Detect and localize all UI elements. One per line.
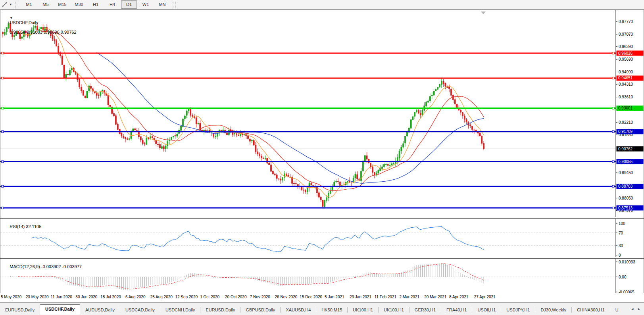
macd-label: MACD(12,26,9) -0.003902 -0.003977 — [2, 259, 82, 274]
date-label: 2 Mar 2021 — [399, 295, 419, 299]
chart-tab-eurusd-daily[interactable]: EURUSD,Daily — [0, 306, 40, 314]
date-label: 1 Oct 2020 — [200, 295, 219, 299]
chart-tab-usdchf-daily[interactable]: USDCHF,Daily — [40, 304, 80, 315]
svg-text:0.97770: 0.97770 — [619, 19, 633, 24]
macd-panel: MACD(12,26,9) -0.003902 -0.003977 0.0109… — [0, 258, 644, 294]
date-label: 8 Apr 2021 — [449, 295, 468, 299]
svg-text:30: 30 — [619, 244, 623, 248]
svg-text:100: 100 — [619, 221, 625, 226]
timeframe-button-m15[interactable]: M15 — [54, 0, 70, 9]
toolbar-separator — [173, 2, 176, 8]
svg-text:0.94310: 0.94310 — [619, 82, 633, 86]
date-label: 23 Jan 2021 — [350, 295, 371, 299]
main-chart-canvas[interactable]: 0.977700.970700.963900.956900.949900.943… — [0, 10, 644, 217]
timeframe-toolbar: ▼ M1M5M15M30H1H4D1W1MN — [0, 0, 644, 10]
date-label: 11 Jun 2020 — [51, 295, 72, 299]
svg-text:0.97070: 0.97070 — [619, 32, 633, 36]
chart-ohlc-values: 0.90954 0.91003 0.90696 0.90762 — [10, 30, 76, 35]
time-axis[interactable]: 5 May 202023 May 202011 Jun 202030 Jun 2… — [0, 293, 644, 302]
svg-text:0.88703: 0.88703 — [618, 184, 633, 188]
tab-scroll-arrows: ◄► — [629, 303, 644, 315]
chart-tab-xauusd-h4[interactable]: XAUUSD,H4 — [281, 306, 316, 314]
date-label: 30 Jun 2020 — [75, 295, 97, 299]
chart-tab-uk100-h1[interactable]: UK100,H1 — [379, 306, 409, 314]
svg-text:0.95690: 0.95690 — [619, 57, 633, 61]
svg-text:0.94990: 0.94990 — [619, 70, 633, 74]
date-label: 23 May 2020 — [26, 295, 49, 299]
svg-text:0.00: 0.00 — [619, 275, 627, 279]
chart-tab-eurusd-daily[interactable]: EURUSD,Daily — [200, 306, 240, 314]
timeframe-button-mn[interactable]: MN — [154, 0, 170, 9]
crosshair-tool-icon[interactable] — [0, 1, 8, 8]
date-label: 18 Jul 2020 — [100, 295, 121, 299]
tab-scroll-right-icon[interactable]: ► — [636, 306, 642, 312]
mt4-window: ▼ M1M5M15M30H1H4D1W1MN ▼ USDCHF,Daily 0.… — [0, 0, 644, 315]
date-label: 7 Nov 2020 — [250, 295, 270, 299]
rsi-value: 32.1105 — [26, 224, 41, 229]
date-label: 11 Feb 2021 — [375, 295, 396, 299]
chart-tab-usoil-h1[interactable]: USOil,H1 — [472, 306, 501, 314]
svg-text:0.96390: 0.96390 — [619, 44, 633, 49]
chart-tab-fra40-h1[interactable]: FRA40,H1 — [441, 306, 472, 314]
timeframe-button-d1[interactable]: D1 — [121, 0, 137, 9]
timeframe-button-m5[interactable]: M5 — [38, 0, 54, 9]
date-label: 27 Apr 2021 — [474, 295, 496, 299]
date-label: 12 Sep 2020 — [175, 295, 198, 299]
svg-text:-0.00965: -0.00965 — [619, 290, 634, 293]
timeframe-button-h4[interactable]: H4 — [104, 0, 120, 9]
rsi-canvas[interactable]: 10070300 — [0, 219, 644, 257]
date-label: 25 Aug 2020 — [150, 295, 173, 299]
tab-scroll-left-icon[interactable]: ◄ — [629, 306, 636, 312]
rsi-label: RSI(14) 32.1105 — [2, 219, 41, 234]
svg-text:0.92210: 0.92210 — [619, 120, 633, 125]
chart-symbol-label: USDCHF,Daily — [10, 20, 38, 25]
svg-text:0.94651: 0.94651 — [618, 76, 633, 80]
timeframe-button-m30[interactable]: M30 — [71, 0, 87, 9]
svg-text:0.96026: 0.96026 — [618, 51, 633, 56]
date-label: 6 Aug 2020 — [125, 295, 146, 299]
date-label: 15 Dec 2020 — [300, 295, 322, 299]
toolbar-separator — [15, 2, 18, 8]
svg-text:0: 0 — [619, 253, 621, 257]
svg-text:0.90055: 0.90055 — [618, 159, 633, 164]
chart-tab-usdcad-daily[interactable]: USDCAD,Daily — [120, 306, 160, 314]
chart-tab-usdcnh-daily[interactable]: USDCNH,Daily — [160, 306, 200, 314]
macd-values: -0.003902 -0.003977 — [41, 264, 82, 269]
rsi-panel: RSI(14) 32.1105 10070300 — [0, 218, 644, 258]
svg-text:0.93001: 0.93001 — [618, 106, 633, 110]
chart-tab-ger30-h1[interactable]: GER30,H1 — [409, 306, 441, 314]
timeframe-button-h1[interactable]: H1 — [88, 0, 104, 9]
collapse-triangle-icon[interactable]: ▼ — [10, 16, 13, 20]
date-label: 5 Jan 2021 — [325, 295, 344, 299]
date-label: 20 Mar 2021 — [424, 295, 446, 299]
chart-tab-bar: EURUSD,DailyUSDCHF,DailyAUDUSD,DailyUSDC… — [0, 302, 644, 315]
chart-tab-china300-h1[interactable]: CHINA300,H1 — [572, 306, 610, 314]
chart-tab-hk50-m15[interactable]: HK50,M15 — [316, 306, 347, 314]
caret-down-icon[interactable]: ▼ — [8, 3, 13, 6]
chart-tab-u[interactable]: U — [610, 306, 624, 314]
chart-tab-usdjpy-h1[interactable]: USDJPY,H1 — [501, 306, 535, 314]
date-label: 5 May 2020 — [1, 295, 21, 299]
date-label: 26 Nov 2020 — [275, 295, 298, 299]
svg-text:0.93610: 0.93610 — [619, 95, 633, 99]
svg-text:0.010933: 0.010933 — [619, 260, 635, 264]
chart-tab-audusd-daily[interactable]: AUDUSD,Daily — [80, 306, 120, 314]
macd-canvas[interactable]: 0.0109330.00-0.00965 — [0, 259, 644, 293]
svg-text:0.87513: 0.87513 — [618, 206, 633, 210]
svg-text:70: 70 — [619, 231, 623, 235]
chart-tab-uk100-h1[interactable]: UK100,H1 — [348, 306, 378, 314]
main-chart-panel: ▼ USDCHF,Daily 0.90954 0.91003 0.90696 0… — [0, 10, 644, 218]
timeframe-button-w1[interactable]: W1 — [138, 0, 154, 9]
svg-text:0.89450: 0.89450 — [619, 171, 633, 175]
svg-text:0.90762: 0.90762 — [618, 147, 633, 151]
chart-tab-gbpusd-daily[interactable]: GBPUSD,Daily — [240, 306, 280, 314]
chart-title: ▼ USDCHF,Daily 0.90954 0.91003 0.90696 0… — [2, 11, 77, 39]
date-label: 20 Oct 2020 — [225, 295, 246, 299]
timeframe-button-m1[interactable]: M1 — [21, 0, 37, 9]
chart-tab-dj30-weekly[interactable]: DJ30,Weekly — [535, 306, 571, 314]
svg-text:0.91709: 0.91709 — [618, 129, 633, 134]
svg-text:0.88050: 0.88050 — [619, 196, 633, 200]
